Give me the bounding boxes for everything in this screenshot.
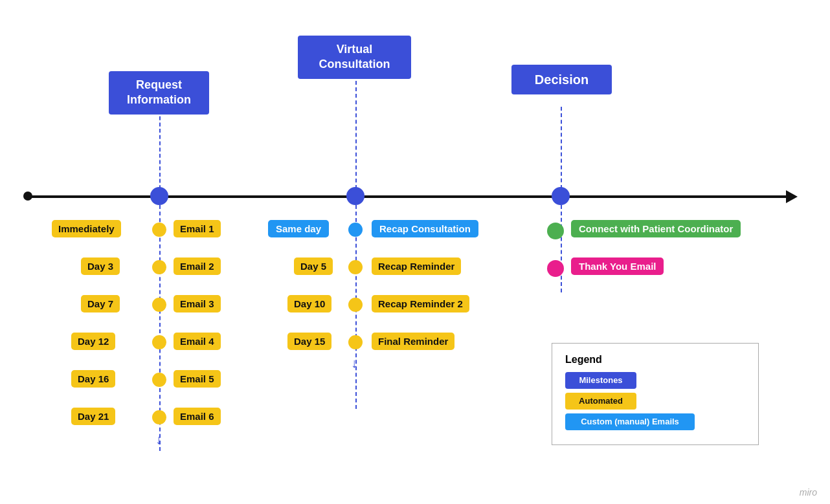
timeline-start-dot: [23, 192, 32, 201]
dot-day21: [152, 410, 166, 424]
email-2: Email 2: [174, 257, 221, 275]
dot-immediately: [152, 223, 166, 237]
legend-title: Legend: [565, 354, 745, 366]
day-12: Day 12: [71, 333, 115, 350]
recap-reminder-2: Recap Reminder 2: [372, 295, 469, 312]
connect-coordinator-label: Connect with Patient Coordinator: [571, 220, 741, 237]
legend-milestones: Milestones: [565, 372, 745, 389]
dot-day15: [348, 335, 363, 349]
legend-color-custom: Custom (manual) Emails: [565, 413, 695, 430]
legend-box: Legend Milestones Automated Emails Custo…: [552, 343, 759, 445]
dashed-line-vc-above: [355, 81, 357, 195]
circle-request-info: [150, 187, 168, 205]
day-7: Day 7: [81, 295, 120, 312]
legend-custom: Custom (manual) Emails: [565, 413, 745, 430]
dot-day5: [348, 260, 363, 274]
dot-thank-you: [547, 260, 564, 277]
day-16: Day 16: [71, 370, 115, 388]
email-4: Email 4: [174, 333, 221, 350]
timeline-line: [26, 195, 790, 198]
legend-automated: Automated Emails: [565, 393, 745, 410]
legend-color-automated: Automated Emails: [565, 393, 636, 410]
email-1: Email 1: [174, 220, 221, 237]
day-15: Day 15: [287, 333, 331, 350]
dashed-line-request-info-above: [159, 110, 161, 195]
circle-vc: [346, 187, 365, 205]
down-arrow-vc: ↓: [351, 356, 357, 371]
day-3: Day 3: [81, 257, 120, 275]
day-5: Day 5: [294, 257, 333, 275]
thank-you-label: Thank You Email: [571, 257, 664, 275]
dashed-line-decision-above: [561, 107, 562, 195]
dot-day7: [152, 298, 166, 312]
dot-day16: [152, 373, 166, 387]
recap-reminder: Recap Reminder: [372, 257, 461, 275]
day-10: Day 10: [287, 295, 331, 312]
day-21: Day 21: [71, 408, 115, 425]
recap-consultation: Recap Consultation: [372, 220, 478, 237]
email-5: Email 5: [174, 370, 221, 388]
down-arrow-emails: ↓: [155, 432, 162, 447]
dot-day12: [152, 335, 166, 349]
same-day: Same day: [268, 220, 329, 237]
final-reminder: Final Reminder: [372, 333, 454, 350]
milestone-decision: Decision: [511, 65, 612, 94]
dot-same-day: [348, 223, 363, 237]
dot-day10: [348, 298, 363, 312]
milestone-virtual-consultation: Virtual Consultation: [298, 36, 411, 79]
dashed-line-decision-below: [561, 205, 562, 292]
canvas: Request Information Immediately Email 1 …: [0, 0, 830, 504]
day-immediately: Immediately: [52, 220, 121, 237]
dot-day3: [152, 260, 166, 274]
milestone-request-info: Request Information: [109, 71, 209, 115]
circle-decision: [552, 187, 570, 205]
miro-watermark: miro: [800, 487, 817, 498]
legend-color-milestones: Milestones: [565, 372, 636, 389]
email-3: Email 3: [174, 295, 221, 312]
email-6: Email 6: [174, 408, 221, 425]
dot-connect-coordinator: [547, 223, 564, 239]
